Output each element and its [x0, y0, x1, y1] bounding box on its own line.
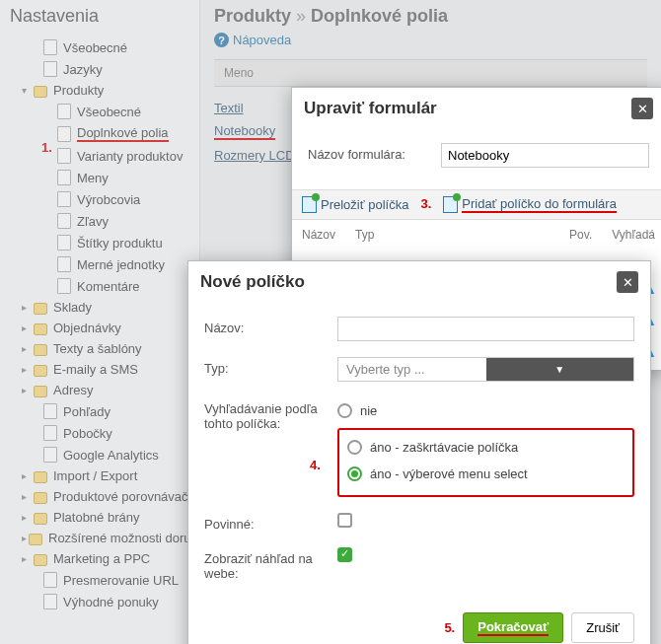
name-label: Názov: [204, 317, 337, 335]
required-checkbox[interactable] [337, 513, 352, 528]
close-icon[interactable]: ✕ [631, 98, 653, 119]
modal-title: Nové políčko [200, 272, 305, 292]
radio-option-select[interactable]: áno - výberové menu select [347, 461, 624, 487]
column-headers: Názov Typ Pov. Vyhľadá [292, 220, 661, 242]
modal-title: Upraviť formulár [304, 99, 437, 118]
cancel-button[interactable]: Zrušiť [571, 612, 634, 643]
radio-icon [347, 466, 362, 481]
type-select[interactable]: Vyberte typ ... ▼ [337, 357, 634, 382]
field-name-input[interactable] [337, 317, 634, 341]
translate-fields-button[interactable]: Preložiť políčka [302, 196, 408, 213]
marker-4: 4. [310, 458, 321, 472]
preview-label: Zobraziť náhľad na webe: [204, 547, 337, 581]
radio-icon [347, 440, 362, 455]
chevron-down-icon: ▼ [486, 358, 634, 381]
radio-option-checkbox[interactable]: áno - zaškrtávacie políčka [347, 434, 624, 461]
add-field-button[interactable]: Pridať políčko do formulára [443, 196, 617, 213]
new-field-modal: Nové políčko ✕ Názov: Typ: Vyberte typ .… [187, 260, 651, 644]
name-label: Názov formulára: [308, 143, 441, 162]
type-label: Typ: [204, 357, 337, 376]
radio-option-no[interactable]: nie [337, 397, 634, 424]
form-name-input[interactable] [441, 143, 649, 168]
marker-5: 5. [444, 620, 455, 635]
add-icon [443, 196, 458, 213]
radio-icon [337, 403, 352, 418]
highlighted-options: áno - zaškrtávacie políčka áno - výberov… [337, 428, 634, 497]
close-icon[interactable]: ✕ [617, 271, 638, 293]
marker-3: 3. [420, 196, 431, 213]
preview-checkbox[interactable] [337, 547, 352, 562]
continue-button[interactable]: Pokračovať [463, 612, 563, 643]
translate-icon [302, 196, 317, 213]
required-label: Povinné: [204, 513, 337, 532]
search-label: Vyhľadávanie podľa tohto políčka: [204, 397, 337, 431]
